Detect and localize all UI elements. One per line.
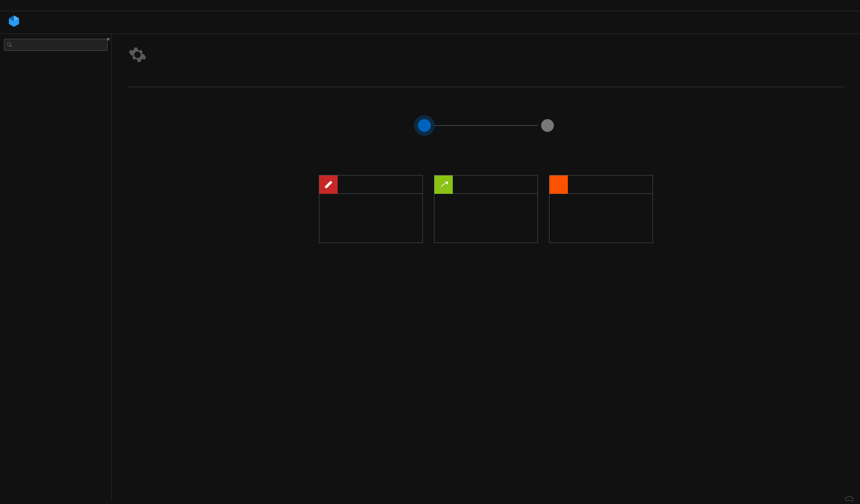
breadcrumb [0, 0, 860, 11]
git-icon [319, 175, 338, 194]
title-bar [0, 11, 860, 34]
gear-icon [128, 45, 147, 64]
card-local-git[interactable] [319, 175, 423, 243]
step-1[interactable] [418, 119, 431, 139]
card-ftp[interactable] [549, 175, 653, 243]
stepper [128, 119, 844, 139]
source-cards [128, 175, 844, 243]
collapse-sidebar-button[interactable]: « [107, 36, 110, 42]
card-desc [319, 194, 422, 208]
stepper-line [434, 125, 538, 126]
search-input[interactable] [15, 42, 107, 48]
cube-icon [7, 14, 21, 28]
svg-point-0 [8, 43, 11, 46]
external-icon [434, 175, 453, 194]
search-input-wrapper[interactable] [4, 39, 108, 51]
sidebar: « [0, 34, 112, 501]
step-1-circle [418, 119, 431, 132]
watermark-icon [845, 496, 854, 501]
search-icon [7, 42, 12, 48]
card-desc [549, 194, 653, 208]
ftp-icon [549, 175, 568, 194]
watermark [845, 496, 856, 501]
svg-line-1 [10, 46, 12, 47]
card-external[interactable] [434, 175, 538, 243]
step-2-circle [541, 119, 554, 132]
step-2[interactable] [541, 119, 554, 139]
card-desc [434, 194, 538, 208]
main-content [112, 34, 860, 501]
